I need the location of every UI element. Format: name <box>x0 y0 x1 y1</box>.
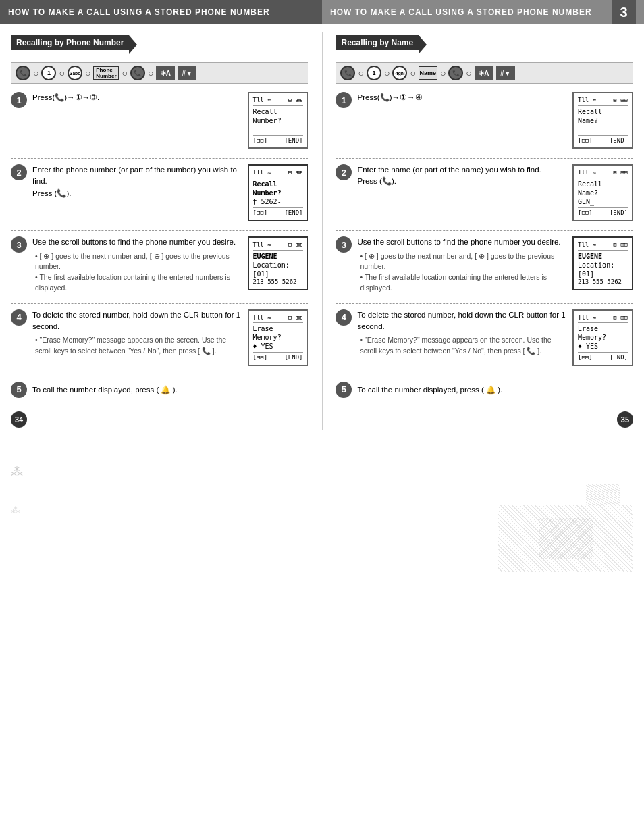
r-divider-4 <box>336 376 633 376</box>
btn-3: 3abc <box>68 66 82 80</box>
noise-patch-3 <box>586 484 620 505</box>
r-step-1-text: Press(📞)→①→④ <box>357 92 567 103</box>
r-step-number-2: 2 <box>336 164 352 180</box>
divider-2 <box>11 230 308 231</box>
r-step-number-5: 5 <box>336 382 352 398</box>
phone-icon-inline: 📞 <box>55 93 64 101</box>
r-step-3-bullets: [ ⊕ ] goes to the next number and, [ ⊕ ]… <box>357 251 567 294</box>
left-step-5: 5 To call the number displayed, press ( … <box>11 382 308 398</box>
phone-number-btn: PhoneNumber <box>93 66 119 80</box>
left-noise: ⁂ ⁂ <box>11 444 51 545</box>
step-2-screen: Tll ≈ ⊞ ⊞⊞ Recall Number? ‡ 5262- [⊟⊟] [… <box>248 164 308 221</box>
main-content: Recalling by Phone Number 📞 ○ 1 ○ 3abc ○… <box>0 24 644 438</box>
step-5-text: To call the number displayed, press ( 🔔 … <box>32 382 178 396</box>
r-phone-icon-btn-2: 📞 <box>448 66 463 80</box>
right-column: Recalling by Name 📞 ○ 1 ○ 4ghi ○ Name ○ … <box>330 32 639 430</box>
divider-4 <box>11 376 308 376</box>
star-btn: ✳A <box>156 66 175 80</box>
step-number-3: 3 <box>11 236 27 253</box>
step-3-content: Use the scroll buttons to find the phone… <box>32 236 242 293</box>
divider-1 <box>11 158 308 159</box>
left-column: Recalling by Phone Number 📞 ○ 1 ○ 3abc ○… <box>5 32 314 430</box>
page-number-badge: 3 <box>612 0 636 24</box>
left-page-num-wrapper: 34 <box>11 411 308 428</box>
r-divider-2 <box>336 230 633 231</box>
header-bar: HOW TO MAKE A CALL USING A STORED PHONE … <box>0 0 644 24</box>
step-1-content: Press(📞)→①→③. <box>32 92 242 108</box>
right-noise <box>431 478 633 579</box>
step-2-content: Enter the phone number (or part of the n… <box>32 164 242 199</box>
right-step-4: 4 To delete the stored number, hold down… <box>336 309 633 366</box>
right-step-2: 2 Enter the name (or part of the name) y… <box>336 164 633 221</box>
r-bullet-3-1: [ ⊕ ] goes to the next number and, [ ⊕ ]… <box>360 251 567 273</box>
right-step-5: 5 To call the number displayed, press ( … <box>336 382 633 398</box>
step-3-text: Use the scroll buttons to find the phone… <box>32 236 242 248</box>
step-number-4: 4 <box>11 309 27 326</box>
right-page-num-wrapper: 35 <box>336 411 633 428</box>
r-btn-4: 4ghi <box>392 66 407 80</box>
step-number-2: 2 <box>11 164 27 180</box>
r-step-4-content: To delete the stored number, hold down t… <box>357 309 567 357</box>
hash-btn: #▼ <box>178 66 196 80</box>
r-step-3-screen: Tll ≈ ⊞ ⊞⊞ EUGENE Location: [01] 213-555… <box>572 236 633 290</box>
r-step-2-content: Enter the name (or part of the name) you… <box>357 164 567 188</box>
bullet-4-1: "Erase Memory?" message appears on the s… <box>35 335 242 357</box>
r-bullet-4-1: "Erase Memory?" message appears on the s… <box>360 335 567 357</box>
left-button-sequence: 📞 ○ 1 ○ 3abc ○ PhoneNumber ○ 📞 ○ ✳A #▼ <box>11 62 308 84</box>
r-step-2-screen: Tll ≈ ⊞ ⊞⊞ Recall Name? GEN_ [⊟⊟] [END] <box>572 164 633 221</box>
r-bullet-3-2: The first available location containing … <box>360 272 567 294</box>
r-step-5-text: To call the number displayed, press ( 🔔 … <box>357 382 502 396</box>
step-1-screen: Tll ≈ ⊞ ⊞⊞ Recall Number? - [⊟⊟] [END] <box>248 92 308 149</box>
header-right: HOW TO MAKE A CALL USING A STORED PHONE … <box>322 0 644 24</box>
left-section-title-wrapper: Recalling by Phone Number <box>11 35 308 55</box>
r-step-1-content: Press(📞)→①→④ <box>357 92 567 108</box>
header-left-title: HOW TO MAKE A CALL USING A STORED PHONE … <box>8 7 270 17</box>
r-name-btn: Name <box>419 66 437 80</box>
bullet-3-2: The first available location containing … <box>35 272 242 294</box>
r-step-3-text: Use the scroll buttons to find the phone… <box>357 236 567 248</box>
r-step-number-4: 4 <box>336 309 352 326</box>
r-divider-1 <box>336 158 633 159</box>
r-divider-3 <box>336 303 633 304</box>
header-right-title: HOW TO MAKE A CALL USING A STORED PHONE … <box>330 7 592 17</box>
r-step-4-bullets: "Erase Memory?" message appears on the s… <box>357 335 567 357</box>
btn-1: 1 <box>41 66 56 80</box>
right-section-title: Recalling by Name <box>336 35 419 50</box>
step-3-screen: Tll ≈ ⊞ ⊞⊞ EUGENE Location: [01] 213-555… <box>248 236 308 290</box>
phone-icon-inline-2: 📞 <box>57 189 66 197</box>
right-page-num: 35 <box>617 411 633 428</box>
step-number-1: 1 <box>11 92 27 108</box>
step-4-bullets: "Erase Memory?" message appears on the s… <box>32 335 242 357</box>
step-1-text: Press(📞)→①→③. <box>32 92 242 103</box>
step-number-5: 5 <box>11 382 27 398</box>
step-2-text: Enter the phone number (or part of the n… <box>32 164 242 199</box>
r-step-number-3: 3 <box>336 236 352 253</box>
left-step-3: 3 Use the scroll buttons to find the pho… <box>11 236 308 293</box>
right-section-title-wrapper: Recalling by Name <box>336 35 633 55</box>
left-step-2: 2 Enter the phone number (or part of the… <box>11 164 308 221</box>
left-page-num: 34 <box>11 411 27 428</box>
phone-icon-btn-2: 📞 <box>130 66 145 80</box>
r-step-1-screen: Tll ≈ ⊞ ⊞⊞ Recall Name? - [⊟⊟] [END] <box>572 92 633 149</box>
left-section-title: Recalling by Phone Number <box>11 35 129 50</box>
phone-icon-btn: 📞 <box>16 66 30 80</box>
right-button-sequence: 📞 ○ 1 ○ 4ghi ○ Name ○ 📞 ○ ✳A #▼ <box>336 62 633 84</box>
noise-patch-2 <box>539 518 593 559</box>
step-4-content: To delete the stored number, hold down t… <box>32 309 242 357</box>
step-3-bullets: [ ⊕ ] goes to the next number and, [ ⊕ ]… <box>32 251 242 294</box>
r-step-4-text: To delete the stored number, hold down t… <box>357 309 567 333</box>
r-phone-icon-inline-2: 📞 <box>382 177 392 185</box>
r-step-4-screen: Tll ≈ ⊞ ⊞⊞ Erase Memory? ♦ YES [⊟⊟] [END… <box>572 309 633 366</box>
left-step-4: 4 To delete the stored number, hold down… <box>11 309 308 366</box>
bullet-3-1: [ ⊕ ] goes to the next number and, [ ⊕ ]… <box>35 251 242 273</box>
left-step-1: 1 Press(📞)→①→③. Tll ≈ ⊞ ⊞⊞ Recall Number… <box>11 92 308 149</box>
r-step-number-1: 1 <box>336 92 352 108</box>
header-left: HOW TO MAKE A CALL USING A STORED PHONE … <box>0 0 322 24</box>
r-phone-icon-btn: 📞 <box>340 66 355 80</box>
column-divider <box>322 32 323 430</box>
right-step-3: 3 Use the scroll buttons to find the pho… <box>336 236 633 293</box>
right-step-1: 1 Press(📞)→①→④ Tll ≈ ⊞ ⊞⊞ Recall Name? - <box>336 92 633 149</box>
r-btn-1: 1 <box>367 66 381 80</box>
divider-3 <box>11 303 308 304</box>
r-star-btn: ✳A <box>475 66 493 80</box>
